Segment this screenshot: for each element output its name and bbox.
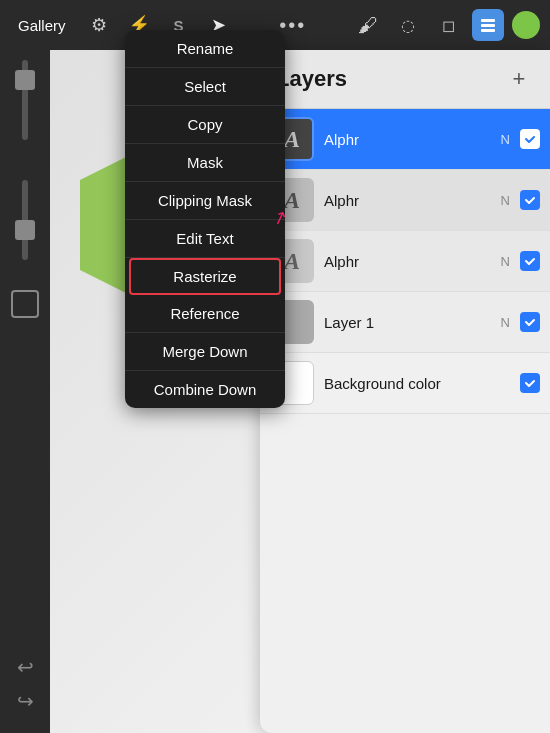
context-clipping-mask[interactable]: Clipping Mask — [125, 182, 285, 220]
size-slider-thumb[interactable] — [15, 220, 35, 240]
more-options-icon[interactable]: ••• — [279, 14, 306, 37]
context-combine-down[interactable]: Combine Down — [125, 371, 285, 408]
layer-row-alphr-2[interactable]: A Alphr N — [260, 170, 550, 231]
layers-icon[interactable] — [472, 9, 504, 41]
layer-check-background[interactable] — [520, 373, 540, 393]
size-slider[interactable] — [22, 180, 28, 260]
layer-name-layer1: Layer 1 — [324, 314, 491, 331]
context-mask[interactable]: Mask — [125, 144, 285, 182]
context-reference[interactable]: Reference — [125, 295, 285, 333]
gallery-button[interactable]: Gallery — [10, 13, 74, 38]
opacity-slider[interactable] — [22, 60, 28, 140]
layer-mode-alphr-1: N — [501, 132, 510, 147]
layer-row-background[interactable]: Background color — [260, 353, 550, 414]
layer-name-alphr-2: Alphr — [324, 192, 491, 209]
context-select[interactable]: Select — [125, 68, 285, 106]
layer-mode-alphr-3: N — [501, 254, 510, 269]
layer-check-alphr-1[interactable] — [520, 129, 540, 149]
layer-mode-alphr-2: N — [501, 193, 510, 208]
layer-mode-layer1: N — [501, 315, 510, 330]
opacity-slider-thumb[interactable] — [15, 70, 35, 90]
context-rasterize[interactable]: Rasterize — [129, 258, 281, 295]
layers-header: Layers + — [260, 50, 550, 109]
layer-row-layer1[interactable]: Layer 1 N — [260, 292, 550, 353]
eraser-icon[interactable]: ◻ — [432, 9, 464, 41]
context-menu: Rename Select Copy Mask Clipping Mask Ed… — [125, 30, 285, 408]
layer-check-alphr-2[interactable] — [520, 190, 540, 210]
svg-rect-2 — [481, 29, 495, 32]
layer-name-background: Background color — [324, 375, 500, 392]
toolbar-right: 🖌 ◌ ◻ — [352, 9, 540, 41]
layers-panel: Layers + A Alphr N A Alphr N A Alphr N — [260, 50, 550, 733]
brush-icon[interactable]: 🖌 — [352, 9, 384, 41]
layer-check-layer1[interactable] — [520, 312, 540, 332]
shape-tool[interactable] — [11, 290, 39, 318]
redo-button[interactable]: ↪ — [17, 689, 34, 713]
left-sidebar: ↩ ↪ — [0, 50, 50, 733]
svg-rect-0 — [481, 19, 495, 22]
layer-row-alphr-1[interactable]: A Alphr N — [260, 109, 550, 170]
undo-button[interactable]: ↩ — [17, 655, 34, 679]
context-copy[interactable]: Copy — [125, 106, 285, 144]
layers-title: Layers — [276, 66, 347, 92]
svg-rect-1 — [481, 24, 495, 27]
context-rename[interactable]: Rename — [125, 30, 285, 68]
color-circle[interactable] — [512, 11, 540, 39]
layer-check-alphr-3[interactable] — [520, 251, 540, 271]
layer-name-alphr-1: Alphr — [324, 131, 491, 148]
layer-name-alphr-3: Alphr — [324, 253, 491, 270]
wrench-icon[interactable]: ⚙ — [84, 10, 114, 40]
layer-row-alphr-3[interactable]: A Alphr N — [260, 231, 550, 292]
layers-add-button[interactable]: + — [504, 64, 534, 94]
smudge-icon[interactable]: ◌ — [392, 9, 424, 41]
context-merge-down[interactable]: Merge Down — [125, 333, 285, 371]
context-edit-text[interactable]: Edit Text — [125, 220, 285, 258]
